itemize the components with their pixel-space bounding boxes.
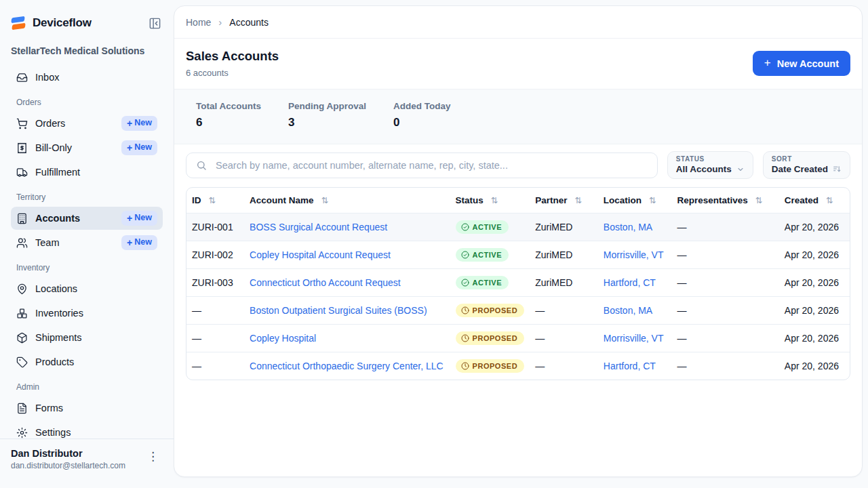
check-circle-icon	[461, 251, 469, 259]
sort-icon: ⇅	[575, 196, 582, 205]
sidebar-item-locations[interactable]: Locations	[11, 277, 163, 300]
breadcrumb-current: Accounts	[229, 17, 269, 28]
sidebar-item-products[interactable]: Products	[11, 350, 163, 373]
cell-created: Apr 20, 2026	[779, 269, 850, 297]
column-header-partner[interactable]: Partner⇅	[530, 188, 598, 214]
collapse-sidebar-button[interactable]	[146, 15, 163, 31]
column-header-created[interactable]: Created⇅	[779, 188, 850, 214]
sidebar-item-label: Bill-Only	[35, 142, 114, 153]
sidebar-item-orders[interactable]: Orders +New	[11, 112, 163, 135]
cell-id: ZURI-001	[186, 214, 244, 241]
account-link[interactable]: Copley Hospital Account Request	[250, 249, 391, 260]
cell-created: Apr 20, 2026	[779, 241, 850, 269]
sidebar-item-label: Settings	[35, 427, 157, 438]
cell-representatives: —	[671, 325, 778, 352]
section-label-orders: Orders	[16, 98, 163, 107]
receipt-icon	[16, 142, 28, 154]
cell-partner: —	[530, 325, 598, 352]
search-input[interactable]	[214, 159, 648, 171]
account-link[interactable]: Connecticut Orthopaedic Surgery Center, …	[250, 361, 443, 371]
user-email: dan.distributor@stellartech.com	[11, 461, 143, 470]
sort-icon: ⇅	[491, 196, 498, 205]
location-link[interactable]: Boston, MA	[604, 222, 652, 232]
inbox-icon	[16, 72, 28, 83]
cell-representatives: —	[671, 214, 778, 241]
table-row: — Copley Hospital PROPOSED — Morrisville…	[186, 325, 850, 352]
sort-control[interactable]: SORT Date Created	[763, 151, 850, 179]
account-link[interactable]: BOSS Surgical Account Request	[250, 222, 387, 232]
toolbar: STATUS All Accounts SORT Date Created	[174, 144, 862, 187]
location-link[interactable]: Morrisville, VT	[604, 333, 664, 344]
cell-id: —	[186, 325, 244, 352]
sidebar-item-label: Team	[35, 237, 114, 248]
table-row: ZURI-002 Copley Hospital Account Request…	[186, 241, 850, 269]
sidebar-item-inbox[interactable]: Inbox	[11, 66, 163, 89]
sidebar-item-settings[interactable]: Settings	[11, 421, 163, 439]
stat-pending-approval: Pending Approval 3	[288, 101, 366, 129]
new-account-button[interactable]: + New Account	[753, 51, 850, 76]
breadcrumb-home-link[interactable]: Home	[186, 17, 211, 28]
column-header-status[interactable]: Status⇅	[450, 188, 530, 214]
location-link[interactable]: Boston, MA	[604, 305, 652, 316]
user-menu-kebab-icon[interactable]: ⋮	[143, 448, 163, 465]
sort-icon: ⇅	[321, 196, 328, 205]
sidebar-item-fulfillment[interactable]: Fulfillment	[11, 161, 163, 184]
account-link[interactable]: Connecticut Ortho Account Request	[250, 277, 401, 288]
sidebar-item-accounts[interactable]: Accounts +New	[11, 207, 163, 230]
sidebar-item-label: Fulfillment	[35, 167, 157, 178]
location-link[interactable]: Hartford, CT	[604, 277, 656, 288]
accounts-new-button[interactable]: +New	[121, 211, 157, 226]
status-filter[interactable]: STATUS All Accounts	[667, 151, 753, 179]
orders-new-button[interactable]: +New	[121, 116, 157, 131]
sidebar-item-label: Orders	[35, 118, 114, 129]
location-link[interactable]: Hartford, CT	[604, 361, 656, 371]
deviceflow-logo-icon	[11, 16, 26, 30]
panel-collapse-icon	[149, 17, 161, 30]
team-new-button[interactable]: +New	[121, 235, 157, 251]
cell-partner: ZuriMED	[530, 241, 598, 269]
column-header-account-name[interactable]: Account Name⇅	[244, 188, 450, 214]
organization-name: StellarTech Medical Solutions	[0, 31, 174, 56]
column-header-id[interactable]: ID⇅	[186, 188, 244, 214]
users-icon	[16, 237, 28, 249]
chevron-right-icon: ›	[218, 16, 222, 28]
cell-created: Apr 20, 2026	[779, 297, 850, 325]
search-box[interactable]	[186, 152, 658, 178]
content-card: Home › Accounts Sales Accounts 6 account…	[174, 5, 863, 477]
check-circle-icon	[461, 279, 469, 287]
stat-label: Added Today	[393, 101, 451, 111]
column-header-location[interactable]: Location⇅	[598, 188, 672, 214]
cell-partner: ZuriMED	[530, 214, 598, 241]
cell-id: —	[186, 297, 244, 325]
sidebar-item-label: Products	[35, 357, 157, 367]
sidebar-item-bill-only[interactable]: Bill-Only +New	[11, 136, 163, 159]
sidebar-item-inventories[interactable]: Inventories	[11, 302, 163, 325]
document-icon	[16, 403, 28, 414]
status-badge: PROPOSED	[456, 359, 525, 373]
account-link[interactable]: Boston Outpatient Surgical Suites (BOSS)	[250, 305, 427, 316]
user-name: Dan Distributor	[11, 448, 143, 459]
stat-label: Total Accounts	[196, 101, 261, 111]
sidebar-item-team[interactable]: Team +New	[11, 231, 163, 254]
building-icon	[16, 213, 28, 224]
cell-id: ZURI-002	[186, 241, 244, 269]
sidebar-item-label: Forms	[35, 403, 157, 413]
bill-only-new-button[interactable]: +New	[121, 140, 157, 156]
sidebar-item-shipments[interactable]: Shipments	[11, 326, 163, 349]
sidebar-nav: Inbox Orders Orders +New Bill-Only +New …	[0, 56, 174, 439]
table-row: — Boston Outpatient Surgical Suites (BOS…	[186, 297, 850, 325]
stat-value: 6	[196, 116, 261, 129]
sort-icon: ⇅	[649, 196, 656, 205]
cell-representatives: —	[671, 241, 778, 269]
stat-label: Pending Approval	[288, 101, 366, 111]
stat-value: 3	[288, 116, 366, 129]
plus-icon: +	[127, 213, 132, 224]
account-link[interactable]: Copley Hospital	[250, 333, 316, 344]
column-header-representatives[interactable]: Representatives⇅	[671, 188, 778, 214]
location-link[interactable]: Morrisville, VT	[604, 249, 664, 260]
status-badge: PROPOSED	[456, 304, 525, 317]
sort-control-label: SORT	[772, 155, 842, 163]
table-row: ZURI-003 Connecticut Ortho Account Reque…	[186, 269, 850, 297]
sidebar-item-forms[interactable]: Forms	[11, 396, 163, 420]
breadcrumb: Home › Accounts	[174, 6, 862, 39]
